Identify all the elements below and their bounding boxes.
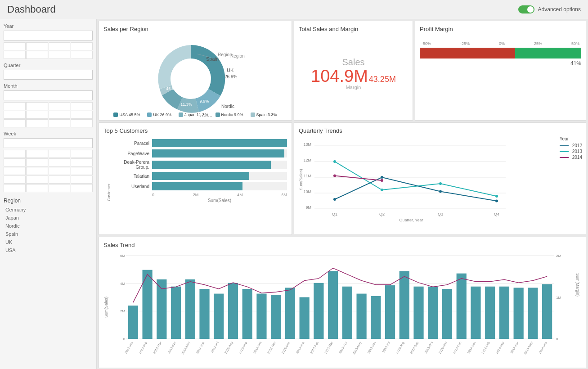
top5-x-label: Sum(Sales): [112, 198, 287, 203]
filter-cell[interactable]: [26, 42, 48, 50]
advanced-options-toggle[interactable]: [518, 5, 534, 14]
filter-cell[interactable]: [71, 119, 93, 127]
svg-text:2013-Jul: 2013-Jul: [382, 341, 391, 353]
svg-text:3.3%: 3.3%: [180, 63, 190, 68]
legend-color-japan: [179, 112, 183, 117]
region-japan[interactable]: Japan: [4, 214, 93, 222]
filter-cell[interactable]: [71, 111, 93, 119]
region-nordic[interactable]: Nordic: [4, 222, 93, 230]
filter-cell[interactable]: [71, 167, 93, 175]
svg-text:Q2: Q2: [379, 212, 385, 216]
region-germany[interactable]: Germany: [4, 206, 93, 214]
main-layout: Year Quarter Month: [0, 19, 588, 369]
filter-cell[interactable]: [4, 184, 26, 192]
sales-trend-y-right: Sum(Margin): [568, 251, 581, 359]
filter-month-input[interactable]: [4, 90, 93, 100]
filter-cell[interactable]: [71, 150, 93, 158]
filter-cell[interactable]: [4, 167, 26, 175]
svg-point-43: [333, 175, 336, 177]
x-axis-4m: 4M: [237, 193, 243, 197]
filter-week: Week: [4, 130, 93, 192]
quarterly-trends-panel: Quarterly Trends Year 2012 2013 2: [294, 122, 586, 235]
filter-cell[interactable]: [4, 102, 26, 110]
svg-text:2012-Jan: 2012-Jan: [124, 341, 134, 354]
sales-per-region-panel: Sales per Region: [99, 21, 292, 121]
profit-margin-panel: Profit Margin -50% -25% 0% 25% 50% 41%: [415, 21, 586, 121]
app-header: Dashboard Advanced options: [0, 0, 588, 19]
svg-text:2013-Mar: 2013-Mar: [324, 341, 333, 354]
legend-label-spain: Spain 3.3%: [256, 112, 277, 117]
svg-rect-64: [242, 289, 252, 339]
filter-cell[interactable]: [26, 111, 48, 119]
filter-cell[interactable]: [26, 150, 48, 158]
filter-cell[interactable]: [49, 51, 71, 59]
filter-cell[interactable]: [49, 150, 71, 158]
region-uk[interactable]: UK: [4, 238, 93, 246]
filter-cell[interactable]: [49, 102, 71, 110]
filter-cell[interactable]: [49, 158, 71, 166]
svg-rect-79: [457, 274, 467, 339]
bar-fill-deak: [152, 161, 271, 169]
filter-cell[interactable]: [49, 184, 71, 192]
filter-cell[interactable]: [71, 51, 93, 59]
legend-uk: UK 26.9%: [147, 112, 171, 117]
filter-cell[interactable]: [26, 51, 48, 59]
filter-cell[interactable]: [26, 102, 48, 110]
svg-point-44: [381, 179, 383, 182]
total-sales-panel: Total Sales and Margin Sales 104.9M 43.2…: [294, 21, 413, 121]
filter-cell[interactable]: [71, 102, 93, 110]
region-usa[interactable]: USA: [4, 246, 93, 254]
svg-text:4M: 4M: [120, 282, 125, 286]
filter-quarter-input[interactable]: [4, 70, 93, 80]
svg-text:2012-Jun: 2012-Jun: [196, 341, 205, 354]
filter-cell[interactable]: [4, 176, 26, 184]
filter-year-input[interactable]: [4, 31, 93, 40]
advanced-options-control[interactable]: Advanced options: [518, 5, 581, 14]
bar-label-talarian: Talarian: [112, 174, 152, 179]
svg-text:Q1: Q1: [332, 212, 337, 216]
bottom-row: Sales Trend Sum(Sales) 02M4M6M01M2M2012-…: [97, 235, 588, 369]
svg-text:2012-Dec: 2012-Dec: [281, 341, 291, 355]
filter-cell[interactable]: [49, 111, 71, 119]
sales-trend-svg: 02M4M6M01M2M2012-Jan2012-Feb2012-Mar2012…: [112, 251, 568, 359]
filter-cell[interactable]: [26, 167, 48, 175]
filter-cell[interactable]: [26, 158, 48, 166]
filter-cell[interactable]: [4, 119, 26, 127]
svg-text:2014-Feb: 2014-Feb: [481, 341, 490, 355]
filter-cell[interactable]: [71, 184, 93, 192]
svg-point-0: [171, 58, 211, 99]
svg-rect-76: [413, 287, 423, 339]
legend-color-usa: [113, 112, 118, 117]
region-spain[interactable]: Spain: [4, 230, 93, 238]
filter-cell[interactable]: [26, 119, 48, 127]
filter-cell[interactable]: [71, 42, 93, 50]
filter-cell[interactable]: [71, 176, 93, 184]
filter-cell[interactable]: [71, 158, 93, 166]
filter-cell[interactable]: [4, 158, 26, 166]
svg-text:1M: 1M: [556, 296, 561, 300]
svg-rect-65: [256, 294, 266, 339]
svg-rect-80: [471, 287, 480, 339]
svg-text:2014-Jun: 2014-Jun: [538, 341, 548, 354]
filter-cell[interactable]: [4, 51, 26, 59]
filter-cell[interactable]: [4, 150, 26, 158]
filter-cell[interactable]: [4, 111, 26, 119]
bar-label-deak: Deak-Perera Group.: [112, 160, 152, 170]
svg-text:0: 0: [123, 337, 126, 341]
donut-legend: USA 45.5% UK 26.9% Japan 11.3% Nordic 9.…: [103, 112, 287, 117]
filter-cell[interactable]: [26, 176, 48, 184]
filter-week-input[interactable]: [4, 138, 93, 148]
filter-cell[interactable]: [49, 176, 71, 184]
svg-rect-73: [371, 296, 381, 339]
sales-trend-panel: Sales Trend Sum(Sales) 02M4M6M01M2M2012-…: [99, 237, 586, 368]
filter-cell[interactable]: [49, 167, 71, 175]
svg-point-40: [381, 189, 383, 191]
filter-cell[interactable]: [49, 119, 71, 127]
filter-cell[interactable]: [26, 184, 48, 192]
filter-cell[interactable]: [49, 42, 71, 50]
top5-x-axis: 0 2M 4M 6M: [112, 193, 287, 197]
svg-rect-84: [528, 288, 538, 339]
profit-margin-title: Profit Margin: [420, 26, 581, 32]
filter-cell[interactable]: [4, 42, 26, 50]
svg-text:2013-Sep: 2013-Sep: [409, 341, 419, 355]
